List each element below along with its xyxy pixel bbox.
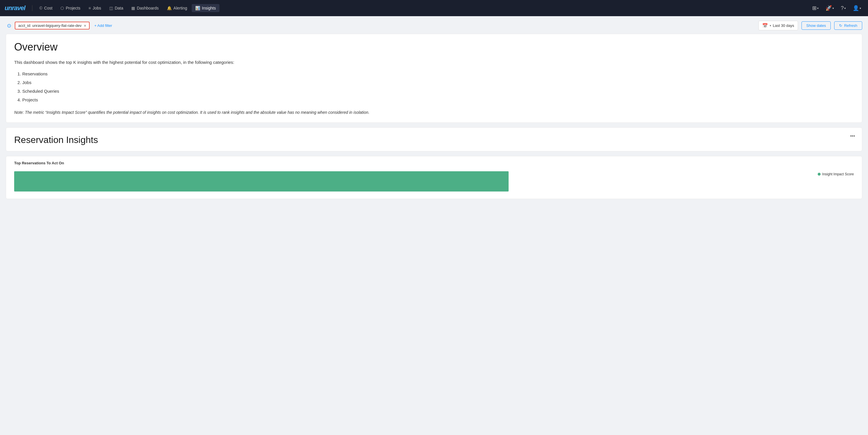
grid-icon: ⊞ xyxy=(812,5,816,11)
chart-header: Top Reservations To Act On xyxy=(14,161,854,165)
toolbar-right: 📅 ▾ Last 30 days Show dates ↻ Refresh xyxy=(758,21,862,30)
nav-item-alerting[interactable]: 🔔 Alerting xyxy=(163,4,190,12)
cost-icon: © xyxy=(39,6,42,10)
logo-text: unravel xyxy=(5,4,25,11)
jobs-icon: ≡ xyxy=(89,6,91,10)
chart-legend: Insight Impact Score xyxy=(818,170,854,176)
grid-icon-btn[interactable]: ⊞ ▾ xyxy=(810,4,821,12)
filter-toggle-icon: ⊙ xyxy=(7,23,11,29)
add-filter-label: + Add filter xyxy=(94,23,112,28)
nav-item-cost[interactable]: © Cost xyxy=(36,4,56,12)
filter-chip-label: acct_id: unravel-bigquery-flat-rate-dev xyxy=(18,23,82,28)
chart-section: Top Reservations To Act On Insight Impac… xyxy=(6,156,862,199)
help-icon: ? xyxy=(841,5,844,11)
nav-item-insights[interactable]: 📊 Insights xyxy=(192,4,219,12)
app-logo[interactable]: unravel xyxy=(5,4,25,12)
more-icon: ••• xyxy=(850,133,855,138)
list-item: Projects xyxy=(22,97,854,103)
nav-item-data[interactable]: ◫ Data xyxy=(106,4,127,12)
rocket-icon-btn[interactable]: 🚀 ▾ xyxy=(823,4,836,12)
nav-label-insights: Insights xyxy=(202,6,216,10)
calendar-chevron-icon: ▾ xyxy=(770,24,771,27)
navbar-right: ⊞ ▾ 🚀 ▾ ? ▾ 👤 ▾ xyxy=(810,4,863,12)
nav-divider xyxy=(32,5,32,11)
user-chevron-icon: ▾ xyxy=(860,7,861,10)
main-content: ⊙ acct_id: unravel-bigquery-flat-rate-de… xyxy=(0,16,868,208)
section-title: Reservation Insights xyxy=(14,135,854,145)
nav-label-alerting: Alerting xyxy=(174,6,187,10)
overview-note: Note: The metric “Insights Impact Score”… xyxy=(14,109,854,115)
refresh-icon: ↻ xyxy=(839,23,842,28)
date-range-picker[interactable]: 📅 ▾ Last 30 days xyxy=(758,21,798,30)
refresh-button[interactable]: ↻ Refresh xyxy=(834,21,862,30)
chart-area: Insight Impact Score xyxy=(14,170,854,193)
insights-icon: 📊 xyxy=(195,6,200,10)
data-icon: ◫ xyxy=(109,6,113,10)
show-dates-label: Show dates xyxy=(806,23,826,28)
legend-label: Insight Impact Score xyxy=(822,172,854,176)
nav-item-jobs[interactable]: ≡ Jobs xyxy=(85,4,105,12)
nav-label-cost: Cost xyxy=(44,6,53,10)
grid-chevron-icon: ▾ xyxy=(817,7,818,10)
nav-label-projects: Projects xyxy=(66,6,81,10)
nav-label-data: Data xyxy=(115,6,123,10)
help-icon-btn[interactable]: ? ▾ xyxy=(838,4,848,12)
filter-toggle-button[interactable]: ⊙ xyxy=(6,21,12,30)
calendar-icon: 📅 xyxy=(762,23,768,28)
filter-chip-close-button[interactable]: × xyxy=(84,24,86,28)
navbar: unravel © Cost ⬡ Projects ≡ Jobs ◫ Data … xyxy=(0,0,868,16)
add-filter-button[interactable]: + Add filter xyxy=(92,22,115,29)
dashboards-icon: ▦ xyxy=(131,6,135,10)
list-item: Scheduled Queries xyxy=(22,88,854,95)
chart-bar xyxy=(14,171,508,192)
help-chevron-icon: ▾ xyxy=(844,7,846,10)
filter-chip: acct_id: unravel-bigquery-flat-rate-dev … xyxy=(15,22,90,30)
list-item: Reservations xyxy=(22,70,854,77)
projects-icon: ⬡ xyxy=(60,6,64,10)
date-range-label: Last 30 days xyxy=(773,23,794,28)
legend-dot-icon xyxy=(818,173,820,176)
rocket-icon: 🚀 xyxy=(826,5,832,11)
user-icon: 👤 xyxy=(853,5,859,11)
section-header: Reservation Insights xyxy=(6,128,862,151)
overview-card: Overview This dashboard shows the top K … xyxy=(6,34,862,123)
nav-label-dashboards: Dashboards xyxy=(137,6,159,10)
reservation-insights-section: Reservation Insights ••• xyxy=(6,127,862,152)
overview-list: Reservations Jobs Scheduled Queries Proj… xyxy=(14,70,854,103)
user-icon-btn[interactable]: 👤 ▾ xyxy=(850,4,863,12)
nav-item-dashboards[interactable]: ▦ Dashboards xyxy=(128,4,162,12)
toolbar-row: ⊙ acct_id: unravel-bigquery-flat-rate-de… xyxy=(6,21,862,30)
overview-description: This dashboard shows the top K insights … xyxy=(14,59,854,66)
toolbar-left: ⊙ acct_id: unravel-bigquery-flat-rate-de… xyxy=(6,21,115,30)
list-item: Jobs xyxy=(22,79,854,86)
nav-item-projects[interactable]: ⬡ Projects xyxy=(57,4,84,12)
section-more-button[interactable]: ••• xyxy=(848,132,857,140)
overview-title: Overview xyxy=(14,41,854,53)
alerting-icon: 🔔 xyxy=(167,6,172,10)
rocket-chevron-icon: ▾ xyxy=(832,7,834,10)
chart-bar-container xyxy=(14,170,812,193)
show-dates-button[interactable]: Show dates xyxy=(802,21,831,30)
refresh-label: Refresh xyxy=(844,23,857,28)
nav-label-jobs: Jobs xyxy=(93,6,101,10)
